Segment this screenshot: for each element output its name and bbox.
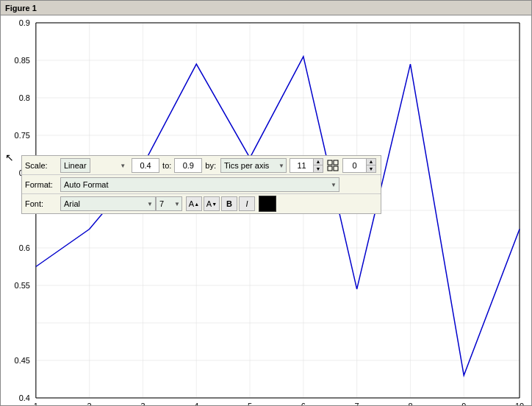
svg-rect-45 [328,160,332,165]
scale-label: Scale: [25,161,60,170]
grid-count-input[interactable] [342,158,366,173]
tics-select-wrapper: Tics per axis Fixed increment [220,158,287,173]
svg-text:0.75: 0.75 [15,131,30,140]
font-size-select-wrapper: 7 8 9 10 12 14 [156,196,182,211]
svg-text:0.85: 0.85 [15,56,30,65]
svg-text:6: 6 [301,402,306,405]
grid-count-spinner: ▲ ▼ [342,158,376,173]
font-dropdown-wrapper: Arial Times New Roman Courier [60,196,156,211]
svg-text:2: 2 [87,402,92,405]
svg-text:7: 7 [355,402,359,405]
font-decrease-btn[interactable]: A▼ [204,196,220,211]
svg-text:10: 10 [515,402,524,405]
by-label: by: [205,161,216,170]
svg-text:1: 1 [34,402,38,405]
tics-count-spinner: ▲ ▼ [290,158,323,173]
tics-count-down[interactable]: ▼ [314,165,323,172]
format-row: Format: Auto Format Fixed Scientific [22,175,381,194]
font-row: Font: Arial Times New Roman Courier 7 8 … [22,194,381,213]
font-increase-btn[interactable]: A▲ [186,196,202,211]
font-size-wrap: 7 8 9 10 12 14 [156,196,182,211]
format-select[interactable]: Auto Format Fixed Scientific [60,177,339,192]
grid-count-down[interactable]: ▼ [367,165,375,172]
tics-select[interactable]: Tics per axis Fixed increment [220,158,287,173]
svg-text:3: 3 [140,402,145,405]
format-dropdown-wrapper: Auto Format Fixed Scientific [60,177,339,192]
italic-btn[interactable]: I [239,196,255,211]
color-swatch[interactable] [259,196,276,212]
grid-count-arrows: ▲ ▼ [366,158,376,173]
font-select[interactable]: Arial Times New Roman Courier [60,196,156,211]
scale-select[interactable]: Linear Log [60,158,90,173]
svg-text:0.45: 0.45 [15,356,30,365]
svg-rect-48 [334,166,338,171]
bold-btn[interactable]: B [221,196,237,211]
svg-text:5: 5 [248,402,252,405]
svg-text:0.9: 0.9 [19,18,30,27]
grid-icon[interactable] [326,159,339,172]
svg-text:8: 8 [408,402,412,405]
format-label: Format: [25,180,60,189]
svg-text:4: 4 [194,402,198,405]
title-bar: Figure 1 [1,1,531,15]
svg-text:0.6: 0.6 [19,243,30,252]
to-input[interactable] [174,158,202,173]
svg-rect-47 [328,166,332,171]
axis-toolbar: Scale: Linear Log to: by: Tics per axis … [21,155,381,214]
svg-text:0.4: 0.4 [19,393,30,402]
svg-text:0.8: 0.8 [19,93,30,102]
chart-area: 0.9 0.85 0.8 0.75 0.7 0.6 0.55 0.45 0.4 … [1,15,531,405]
figure-window: Figure 1 [0,0,532,406]
scale-dropdown-wrapper: Linear Log [60,158,129,173]
tics-count-up[interactable]: ▲ [314,159,323,166]
font-label: Font: [25,199,60,208]
font-size-select[interactable]: 7 8 9 10 12 14 [156,196,182,211]
tics-count-arrows: ▲ ▼ [313,158,323,173]
scale-row: Scale: Linear Log to: by: Tics per axis … [22,156,381,175]
tics-count-input[interactable] [290,158,313,173]
svg-rect-46 [334,160,338,165]
window-title: Figure 1 [5,4,37,13]
grid-count-up[interactable]: ▲ [367,159,375,166]
svg-text:0.55: 0.55 [15,281,30,290]
from-input[interactable] [132,158,159,173]
to-label: to: [162,161,171,170]
svg-text:9: 9 [461,402,466,405]
